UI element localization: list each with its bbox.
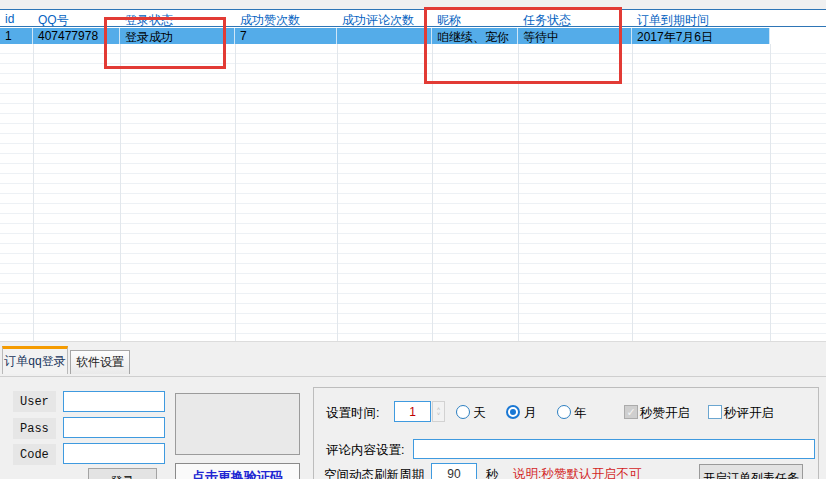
annotation-box-nickname-task [424, 7, 622, 84]
code-label: Code [13, 444, 56, 465]
cell-comment-count [337, 28, 432, 44]
col-header-like-count[interactable]: 成功赞次数 [235, 11, 337, 26]
user-label: User [13, 391, 56, 412]
app-window: id QQ号 登录状态 成功赞次数 成功评论次数 昵称 任务状态 订单到期时间 … [0, 0, 826, 479]
comment-content-label: 评论内容设置: [326, 442, 404, 459]
tab-divider [0, 376, 826, 377]
refresh-period-input[interactable] [431, 463, 477, 479]
checkbox-instant-like[interactable]: ✓ [624, 405, 638, 419]
start-task-button[interactable]: 开启订单列表任务 [699, 464, 803, 479]
grid-vline [770, 44, 771, 341]
grid-vline [33, 44, 34, 341]
user-input[interactable] [63, 391, 165, 412]
cell-expire-date: 2017年7月6日 [632, 28, 770, 44]
captcha-image-box[interactable] [175, 393, 300, 455]
refresh-period-label: 空间动态刷新周期 [324, 467, 424, 479]
change-captcha-button[interactable]: 点击更换验证码 [175, 463, 300, 479]
radio-day[interactable] [456, 405, 470, 419]
pass-label: Pass [13, 418, 56, 439]
grid-vline [632, 44, 633, 341]
note-text: 说明:秒赞默认开启不可 [513, 466, 641, 479]
bottom-panel: 订单qq登录 软件设置 User Pass Code 登录 点击更换验证码 设置… [0, 341, 826, 479]
code-input[interactable] [63, 443, 165, 464]
login-button[interactable]: 登录 [88, 468, 157, 479]
col-header-id[interactable]: id [0, 11, 33, 26]
table-empty-grid [0, 44, 826, 341]
cell-id: 1 [0, 28, 33, 44]
spin-down-icon[interactable]: ˅ [437, 412, 441, 417]
grid-vline [337, 44, 338, 341]
tab-software-settings[interactable]: 软件设置 [70, 350, 130, 374]
radio-day-label[interactable]: 天 [473, 405, 486, 422]
cell-like-count: 7 [235, 28, 337, 44]
grid-vline [235, 44, 236, 341]
set-time-label: 设置时间: [326, 405, 379, 422]
radio-month-label[interactable]: 月 [524, 405, 537, 422]
refresh-unit-label: 秒 [486, 467, 499, 479]
checkbox-instant-comment-label[interactable]: 秒评开启 [724, 405, 774, 422]
settings-groupbox: 设置时间: ˄ ˅ 天 月 年 ✓ 秒赞开启 秒评开启 评论内容设置: 空间动态… [313, 387, 819, 479]
annotation-box-login-status [104, 17, 226, 69]
checkbox-instant-like-label[interactable]: 秒赞开启 [640, 405, 690, 422]
spinner-control[interactable]: ˄ ˅ [432, 401, 445, 422]
radio-year-label[interactable]: 年 [574, 405, 587, 422]
table-top-strip [0, 0, 826, 10]
radio-month[interactable] [506, 405, 520, 419]
radio-year[interactable] [557, 405, 571, 419]
grid-vline [120, 44, 121, 341]
col-header-expire-date[interactable]: 订单到期时间 [632, 11, 770, 26]
grid-vline [432, 44, 433, 341]
pass-input[interactable] [63, 417, 165, 438]
col-header-comment-count[interactable]: 成功评论次数 [337, 11, 432, 26]
checkbox-instant-comment[interactable] [708, 405, 722, 419]
tab-order-qq-login[interactable]: 订单qq登录 [2, 346, 68, 374]
comment-content-input[interactable] [413, 439, 815, 459]
set-time-input[interactable] [394, 401, 431, 422]
grid-vline [518, 44, 519, 341]
